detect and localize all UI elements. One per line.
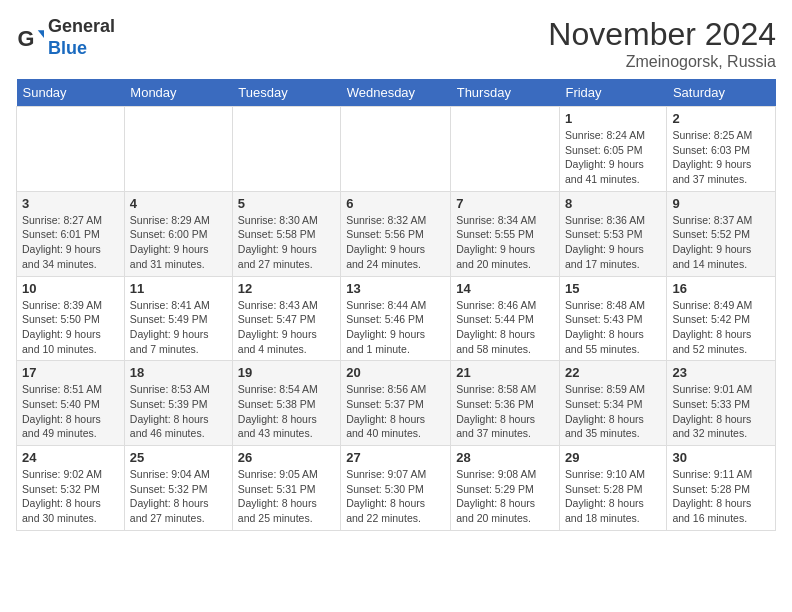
day-number: 24: [22, 450, 119, 465]
table-row: 28Sunrise: 9:08 AM Sunset: 5:29 PM Dayli…: [451, 446, 560, 531]
table-row: 1Sunrise: 8:24 AM Sunset: 6:05 PM Daylig…: [559, 107, 666, 192]
day-number: 27: [346, 450, 445, 465]
col-monday: Monday: [124, 79, 232, 107]
day-number: 5: [238, 196, 335, 211]
table-row: 20Sunrise: 8:56 AM Sunset: 5:37 PM Dayli…: [341, 361, 451, 446]
table-row: 6Sunrise: 8:32 AM Sunset: 5:56 PM Daylig…: [341, 191, 451, 276]
table-row: 8Sunrise: 8:36 AM Sunset: 5:53 PM Daylig…: [559, 191, 666, 276]
table-row: 26Sunrise: 9:05 AM Sunset: 5:31 PM Dayli…: [232, 446, 340, 531]
day-info: Sunrise: 8:27 AM Sunset: 6:01 PM Dayligh…: [22, 213, 119, 272]
day-info: Sunrise: 9:10 AM Sunset: 5:28 PM Dayligh…: [565, 467, 661, 526]
table-row: [17, 107, 125, 192]
table-row: 11Sunrise: 8:41 AM Sunset: 5:49 PM Dayli…: [124, 276, 232, 361]
calendar-week-row: 3Sunrise: 8:27 AM Sunset: 6:01 PM Daylig…: [17, 191, 776, 276]
day-number: 17: [22, 365, 119, 380]
day-number: 23: [672, 365, 770, 380]
table-row: 13Sunrise: 8:44 AM Sunset: 5:46 PM Dayli…: [341, 276, 451, 361]
table-row: 7Sunrise: 8:34 AM Sunset: 5:55 PM Daylig…: [451, 191, 560, 276]
col-thursday: Thursday: [451, 79, 560, 107]
month-title: November 2024: [548, 16, 776, 53]
day-info: Sunrise: 8:41 AM Sunset: 5:49 PM Dayligh…: [130, 298, 227, 357]
table-row: 2Sunrise: 8:25 AM Sunset: 6:03 PM Daylig…: [667, 107, 776, 192]
day-info: Sunrise: 8:30 AM Sunset: 5:58 PM Dayligh…: [238, 213, 335, 272]
day-info: Sunrise: 9:05 AM Sunset: 5:31 PM Dayligh…: [238, 467, 335, 526]
logo-blue: Blue: [48, 38, 87, 58]
day-number: 29: [565, 450, 661, 465]
table-row: [451, 107, 560, 192]
day-info: Sunrise: 8:43 AM Sunset: 5:47 PM Dayligh…: [238, 298, 335, 357]
day-number: 20: [346, 365, 445, 380]
table-row: 16Sunrise: 8:49 AM Sunset: 5:42 PM Dayli…: [667, 276, 776, 361]
day-number: 30: [672, 450, 770, 465]
day-number: 25: [130, 450, 227, 465]
day-info: Sunrise: 9:07 AM Sunset: 5:30 PM Dayligh…: [346, 467, 445, 526]
day-info: Sunrise: 8:29 AM Sunset: 6:00 PM Dayligh…: [130, 213, 227, 272]
table-row: 14Sunrise: 8:46 AM Sunset: 5:44 PM Dayli…: [451, 276, 560, 361]
day-number: 26: [238, 450, 335, 465]
day-number: 4: [130, 196, 227, 211]
day-info: Sunrise: 8:39 AM Sunset: 5:50 PM Dayligh…: [22, 298, 119, 357]
table-row: [341, 107, 451, 192]
day-number: 10: [22, 281, 119, 296]
day-number: 18: [130, 365, 227, 380]
day-info: Sunrise: 8:37 AM Sunset: 5:52 PM Dayligh…: [672, 213, 770, 272]
col-wednesday: Wednesday: [341, 79, 451, 107]
page-header: G General Blue November 2024 Zmeinogorsk…: [16, 16, 776, 71]
table-row: 15Sunrise: 8:48 AM Sunset: 5:43 PM Dayli…: [559, 276, 666, 361]
day-info: Sunrise: 8:34 AM Sunset: 5:55 PM Dayligh…: [456, 213, 554, 272]
title-area: November 2024 Zmeinogorsk, Russia: [548, 16, 776, 71]
calendar-header-row: Sunday Monday Tuesday Wednesday Thursday…: [17, 79, 776, 107]
day-info: Sunrise: 8:24 AM Sunset: 6:05 PM Dayligh…: [565, 128, 661, 187]
day-number: 21: [456, 365, 554, 380]
day-number: 9: [672, 196, 770, 211]
table-row: 23Sunrise: 9:01 AM Sunset: 5:33 PM Dayli…: [667, 361, 776, 446]
table-row: 27Sunrise: 9:07 AM Sunset: 5:30 PM Dayli…: [341, 446, 451, 531]
logo-icon: G: [16, 24, 44, 52]
day-info: Sunrise: 8:53 AM Sunset: 5:39 PM Dayligh…: [130, 382, 227, 441]
logo-general: General: [48, 16, 115, 36]
day-info: Sunrise: 8:32 AM Sunset: 5:56 PM Dayligh…: [346, 213, 445, 272]
table-row: 3Sunrise: 8:27 AM Sunset: 6:01 PM Daylig…: [17, 191, 125, 276]
day-info: Sunrise: 8:44 AM Sunset: 5:46 PM Dayligh…: [346, 298, 445, 357]
day-number: 8: [565, 196, 661, 211]
col-friday: Friday: [559, 79, 666, 107]
table-row: [124, 107, 232, 192]
svg-marker-1: [38, 30, 44, 38]
table-row: 29Sunrise: 9:10 AM Sunset: 5:28 PM Dayli…: [559, 446, 666, 531]
table-row: 5Sunrise: 8:30 AM Sunset: 5:58 PM Daylig…: [232, 191, 340, 276]
day-number: 1: [565, 111, 661, 126]
calendar-week-row: 24Sunrise: 9:02 AM Sunset: 5:32 PM Dayli…: [17, 446, 776, 531]
calendar-table: Sunday Monday Tuesday Wednesday Thursday…: [16, 79, 776, 531]
day-number: 11: [130, 281, 227, 296]
day-number: 28: [456, 450, 554, 465]
day-number: 19: [238, 365, 335, 380]
day-info: Sunrise: 9:02 AM Sunset: 5:32 PM Dayligh…: [22, 467, 119, 526]
table-row: 12Sunrise: 8:43 AM Sunset: 5:47 PM Dayli…: [232, 276, 340, 361]
day-info: Sunrise: 8:49 AM Sunset: 5:42 PM Dayligh…: [672, 298, 770, 357]
day-info: Sunrise: 8:25 AM Sunset: 6:03 PM Dayligh…: [672, 128, 770, 187]
day-number: 16: [672, 281, 770, 296]
day-number: 15: [565, 281, 661, 296]
location-subtitle: Zmeinogorsk, Russia: [548, 53, 776, 71]
day-info: Sunrise: 8:48 AM Sunset: 5:43 PM Dayligh…: [565, 298, 661, 357]
day-number: 14: [456, 281, 554, 296]
day-number: 22: [565, 365, 661, 380]
table-row: 10Sunrise: 8:39 AM Sunset: 5:50 PM Dayli…: [17, 276, 125, 361]
table-row: 24Sunrise: 9:02 AM Sunset: 5:32 PM Dayli…: [17, 446, 125, 531]
table-row: 4Sunrise: 8:29 AM Sunset: 6:00 PM Daylig…: [124, 191, 232, 276]
day-number: 6: [346, 196, 445, 211]
day-number: 13: [346, 281, 445, 296]
day-info: Sunrise: 8:51 AM Sunset: 5:40 PM Dayligh…: [22, 382, 119, 441]
logo: G General Blue: [16, 16, 115, 59]
day-number: 2: [672, 111, 770, 126]
day-number: 3: [22, 196, 119, 211]
day-info: Sunrise: 9:04 AM Sunset: 5:32 PM Dayligh…: [130, 467, 227, 526]
table-row: 25Sunrise: 9:04 AM Sunset: 5:32 PM Dayli…: [124, 446, 232, 531]
table-row: 18Sunrise: 8:53 AM Sunset: 5:39 PM Dayli…: [124, 361, 232, 446]
table-row: 22Sunrise: 8:59 AM Sunset: 5:34 PM Dayli…: [559, 361, 666, 446]
day-info: Sunrise: 9:08 AM Sunset: 5:29 PM Dayligh…: [456, 467, 554, 526]
calendar-week-row: 1Sunrise: 8:24 AM Sunset: 6:05 PM Daylig…: [17, 107, 776, 192]
table-row: 30Sunrise: 9:11 AM Sunset: 5:28 PM Dayli…: [667, 446, 776, 531]
day-info: Sunrise: 8:58 AM Sunset: 5:36 PM Dayligh…: [456, 382, 554, 441]
calendar-week-row: 17Sunrise: 8:51 AM Sunset: 5:40 PM Dayli…: [17, 361, 776, 446]
